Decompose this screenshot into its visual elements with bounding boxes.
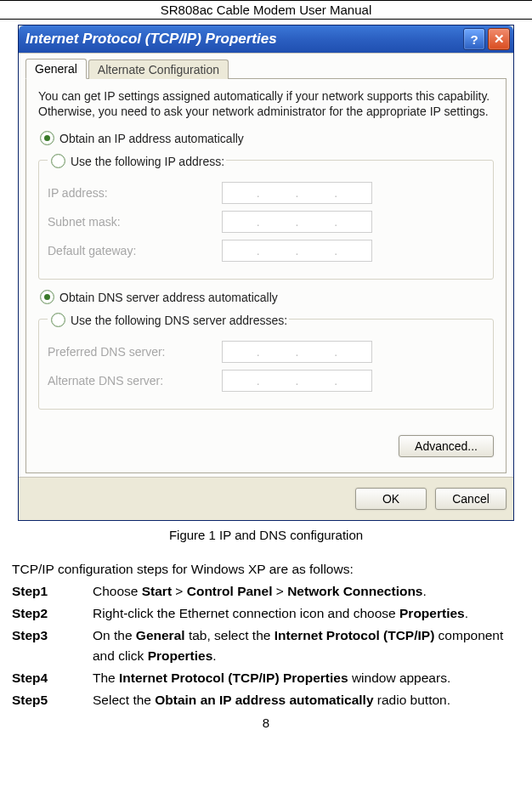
step-label: Step4 [12, 668, 93, 688]
step-body: The Internet Protocol (TCP/IP) Propertie… [93, 668, 520, 688]
step-body: Right-click the Ethernet connection icon… [93, 603, 520, 624]
default-gateway-field: ... [222, 240, 372, 262]
dialog-button-row: OK Cancel [19, 477, 513, 520]
step-4: Step4 The Internet Protocol (TCP/IP) Pro… [12, 668, 520, 688]
step-5: Step5 Select the Obtain an IP address au… [12, 690, 520, 710]
document-body: TCP/IP configuration steps for Windows X… [12, 559, 520, 710]
intro-text: You can get IP settings assigned automat… [38, 89, 494, 119]
step-label: Step2 [12, 603, 93, 624]
tab-general[interactable]: General [25, 59, 87, 79]
figure-caption: Figure 1 IP and DNS configuration [12, 528, 520, 542]
step-label: Step3 [12, 625, 93, 666]
step-3: Step3 On the General tab, select the Int… [12, 625, 520, 666]
preferred-dns-field: ... [222, 341, 372, 363]
dialog-title: Internet Protocol (TCP/IP) Properties [25, 31, 461, 48]
tab-strip: General Alternate Configuration [25, 59, 507, 79]
dialog-titlebar: Internet Protocol (TCP/IP) Properties ? … [19, 25, 513, 53]
radio-icon [51, 313, 65, 327]
document-header: SR808ac Cable Modem User Manual [0, 1, 532, 20]
radio-use-following-ip[interactable]: Use the following IP address: [51, 154, 224, 168]
label-alternate-dns: Alternate DNS server: [48, 374, 222, 388]
help-icon[interactable]: ? [463, 28, 485, 50]
ip-address-field: ... [222, 182, 372, 204]
step-1: Step1 Choose Start > Control Panel > Net… [12, 581, 520, 602]
advanced-button[interactable]: Advanced... [399, 435, 494, 457]
step-2: Step2 Right-click the Ethernet connectio… [12, 603, 520, 624]
subnet-mask-field: ... [222, 211, 372, 233]
label-default-gateway: Default gateway: [48, 244, 222, 257]
radio-icon [40, 290, 54, 304]
page-number: 8 [12, 716, 520, 730]
close-icon[interactable]: ✕ [488, 28, 510, 50]
step-body: Select the Obtain an IP address automati… [93, 690, 520, 710]
radio-label: Obtain an IP address automatically [59, 132, 244, 145]
step-label: Step1 [12, 581, 93, 602]
radio-label: Use the following DNS server addresses: [71, 314, 287, 327]
radio-label: Obtain DNS server address automatically [59, 291, 278, 304]
tab-panel-general: You can get IP settings assigned automat… [25, 78, 507, 473]
step-label: Step5 [12, 690, 93, 710]
label-preferred-dns: Preferred DNS server: [48, 345, 222, 359]
dns-server-group: Use the following DNS server addresses: … [38, 308, 494, 410]
intro-line: TCP/IP configuration steps for Windows X… [12, 559, 520, 580]
tab-alternate-configuration[interactable]: Alternate Configuration [88, 59, 229, 79]
radio-label: Use the following IP address: [71, 155, 224, 168]
alternate-dns-field: ... [222, 370, 372, 392]
step-body: On the General tab, select the Internet … [93, 625, 520, 666]
ok-button[interactable]: OK [355, 488, 427, 510]
label-ip-address: IP address: [48, 186, 222, 200]
tcpip-properties-dialog: Internet Protocol (TCP/IP) Properties ? … [18, 25, 514, 521]
radio-use-following-dns[interactable]: Use the following DNS server addresses: [51, 313, 287, 327]
radio-icon [40, 131, 54, 145]
ip-address-group: Use the following IP address: IP address… [38, 149, 494, 280]
label-subnet-mask: Subnet mask: [48, 215, 222, 229]
radio-icon [51, 154, 65, 168]
radio-obtain-ip-auto[interactable]: Obtain an IP address automatically [40, 131, 494, 145]
cancel-button[interactable]: Cancel [435, 488, 507, 510]
radio-obtain-dns-auto[interactable]: Obtain DNS server address automatically [40, 290, 494, 304]
step-body: Choose Start > Control Panel > Network C… [93, 581, 520, 602]
